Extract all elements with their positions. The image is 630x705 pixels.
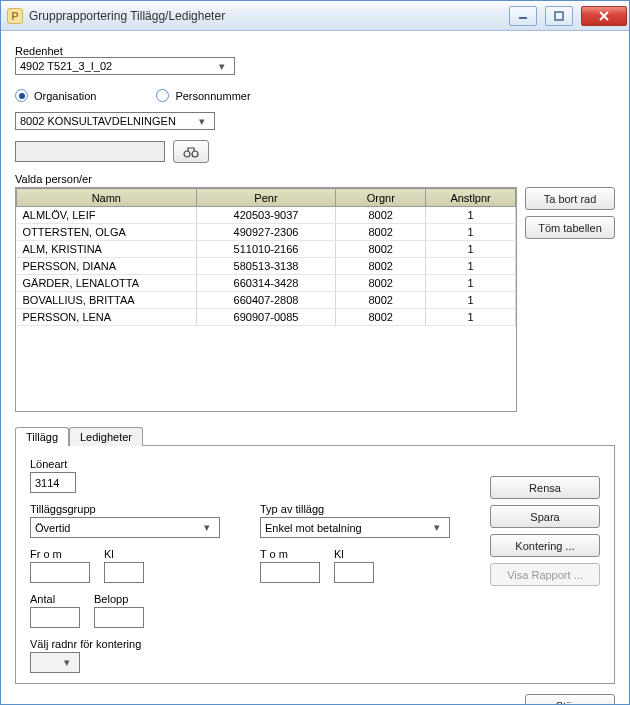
tillaggsgrupp-select[interactable]: Övertid ▾ [30,517,220,538]
redenhet-select[interactable]: 4902 T521_3_I_02 ▾ [15,57,235,75]
rensa-button[interactable]: Rensa [490,476,600,499]
close-icon [598,10,610,22]
persons-table: Namn Penr Orgnr Anstlpnr ALMLÖV, LEIF420… [15,187,517,412]
table-row[interactable]: OTTERSTEN, OLGA490927-230680021 [17,224,516,241]
minimize-button[interactable] [509,6,537,26]
close-dialog-button[interactable]: Stäng [525,694,615,704]
loneart-label: Löneart [30,458,230,470]
antal-label: Antal [30,593,80,605]
table-cell: 8002 [336,207,426,224]
organisation-radio-label: Organisation [34,90,96,102]
table-cell: 1 [426,224,516,241]
tom-input[interactable] [260,562,320,583]
window-title: Grupprapportering Tillägg/Ledigheter [29,9,225,23]
search-button[interactable] [173,140,209,163]
col-anstlpnr[interactable]: Anstlpnr [426,189,516,207]
table-cell: 1 [426,309,516,326]
tab-panel: Löneart 3114 Tilläggsgrupp Övertid ▾ [15,445,615,684]
svg-rect-1 [555,12,563,20]
org-select[interactable]: 8002 KONSULTAVDELNINGEN ▾ [15,112,215,130]
table-cell: 8002 [336,309,426,326]
kontering-button[interactable]: Kontering ... [490,534,600,557]
table-row[interactable]: PERSSON, LENA690907-008580021 [17,309,516,326]
titlebar: P Grupprapportering Tillägg/Ledigheter [1,1,629,31]
from-kl-input[interactable] [104,562,144,583]
from-input[interactable] [30,562,90,583]
tom-kl-label: Kl [334,548,374,560]
table-row[interactable]: ALMLÖV, LEIF420503-903780021 [17,207,516,224]
valda-label: Valda person/er [15,173,615,185]
valj-radnr-label: Välj radnr för kontering [30,638,230,650]
table-cell: 8002 [336,224,426,241]
clear-table-button[interactable]: Töm tabellen [525,216,615,239]
antal-input[interactable] [30,607,80,628]
tom-label: T o m [260,548,320,560]
table-cell: 8002 [336,241,426,258]
from-label: Fr o m [30,548,90,560]
tab-tillagg[interactable]: Tillägg [15,427,69,446]
binoculars-icon [183,145,199,159]
chevron-down-icon: ▾ [199,520,215,536]
table-row[interactable]: GÄRDER, LENALOTTA660314-342880021 [17,275,516,292]
close-button[interactable] [581,6,627,26]
table-cell: 8002 [336,292,426,309]
belopp-input[interactable] [94,607,144,628]
tillaggsgrupp-label: Tilläggsgrupp [30,503,230,515]
client-area: Redenhet 4902 T521_3_I_02 ▾ Organisation… [1,31,629,704]
table-cell: 1 [426,292,516,309]
organisation-radio[interactable] [15,89,28,102]
col-namn[interactable]: Namn [17,189,197,207]
table-cell: 1 [426,207,516,224]
table-cell: BOVALLIUS, BRITTAA [17,292,197,309]
table-cell: PERSSON, LENA [17,309,197,326]
col-orgnr[interactable]: Orgnr [336,189,426,207]
table-cell: ALMLÖV, LEIF [17,207,197,224]
table-cell: 420503-9037 [196,207,336,224]
chevron-down-icon: ▾ [214,58,230,74]
typ-select[interactable]: Enkel mot betalning ▾ [260,517,450,538]
table-cell: 580513-3138 [196,258,336,275]
from-kl-label: Kl [104,548,144,560]
app-window: P Grupprapportering Tillägg/Ledigheter R… [0,0,630,705]
table-cell: OTTERSTEN, OLGA [17,224,197,241]
table-cell: GÄRDER, LENALOTTA [17,275,197,292]
chevron-down-icon: ▾ [59,655,75,671]
redenhet-label: Redenhet [15,45,615,57]
tab-ledigheter[interactable]: Ledigheter [69,427,143,446]
svg-point-5 [192,151,198,157]
belopp-label: Belopp [94,593,144,605]
table-row[interactable]: BOVALLIUS, BRITTAA660407-280880021 [17,292,516,309]
table-cell: PERSSON, DIANA [17,258,197,275]
loneart-input[interactable]: 3114 [30,472,76,493]
redenhet-value: 4902 T521_3_I_02 [20,60,112,72]
remove-row-button[interactable]: Ta bort rad [525,187,615,210]
table-cell: 1 [426,241,516,258]
maximize-icon [554,11,564,21]
table-cell: 490927-2306 [196,224,336,241]
col-penr[interactable]: Penr [196,189,336,207]
visa-rapport-button[interactable]: Visa Rapport ... [490,563,600,586]
app-icon: P [7,8,23,24]
valj-radnr-select[interactable]: ▾ [30,652,80,673]
typ-label: Typ av tillägg [260,503,460,515]
table-cell: 8002 [336,275,426,292]
maximize-button[interactable] [545,6,573,26]
svg-point-4 [184,151,190,157]
table-cell: 1 [426,275,516,292]
table-row[interactable]: ALM, KRISTINA511010-216680021 [17,241,516,258]
personnummer-radio[interactable] [156,89,169,102]
table-header-row: Namn Penr Orgnr Anstlpnr [17,189,516,207]
tom-kl-input[interactable] [334,562,374,583]
table-cell: 660314-3428 [196,275,336,292]
search-input[interactable] [15,141,165,162]
minimize-icon [518,11,528,21]
table-cell: 690907-0085 [196,309,336,326]
table-row[interactable]: PERSSON, DIANA580513-313880021 [17,258,516,275]
table-cell: 511010-2166 [196,241,336,258]
table-cell: 660407-2808 [196,292,336,309]
chevron-down-icon: ▾ [194,113,210,129]
table-cell: 8002 [336,258,426,275]
chevron-down-icon: ▾ [429,520,445,536]
spara-button[interactable]: Spara [490,505,600,528]
org-value: 8002 KONSULTAVDELNINGEN [20,115,176,127]
